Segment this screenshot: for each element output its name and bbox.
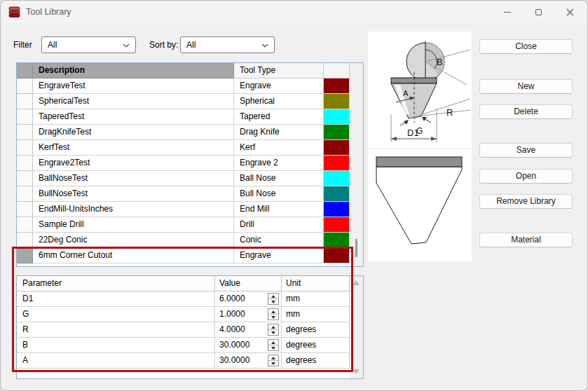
close-button[interactable]: Close: [479, 39, 573, 54]
cell-description[interactable]: Sample Drill: [33, 217, 234, 233]
cell-description[interactable]: 22Deg Conic: [33, 233, 234, 248]
filter-select[interactable]: All: [41, 36, 136, 53]
row-selector[interactable]: [17, 140, 33, 156]
value-spinner[interactable]: [268, 355, 279, 366]
table-row[interactable]: SphericalTest Spherical: [17, 94, 363, 109]
cell-tool-type[interactable]: Kerf: [234, 140, 324, 156]
tool-color-swatch[interactable]: [324, 202, 350, 217]
spinner-down-button[interactable]: [268, 345, 278, 350]
column-header-tool-type[interactable]: Tool Type: [234, 63, 324, 78]
cell-tool-type[interactable]: Conic: [234, 233, 324, 248]
cell-tool-type[interactable]: End Mill: [234, 202, 324, 217]
row-selector[interactable]: [17, 78, 33, 94]
table-row[interactable]: 22Deg Conic Conic: [17, 233, 363, 248]
row-selector[interactable]: [17, 171, 33, 186]
close-window-button[interactable]: [554, 1, 586, 23]
cell-description[interactable]: KerfTest: [33, 140, 234, 156]
tool-color-swatch[interactable]: [324, 186, 350, 202]
spinner-up-button[interactable]: [268, 324, 278, 330]
row-selector[interactable]: [17, 109, 33, 125]
cell-tool-type[interactable]: Tapered: [234, 109, 324, 125]
cell-tool-type[interactable]: Drag Knife: [234, 125, 324, 140]
sort-by-select[interactable]: All: [180, 36, 275, 53]
table-row[interactable]: BallNoseTest Ball Nose: [17, 171, 363, 186]
parameter-value-field[interactable]: 30.0000: [215, 353, 282, 369]
cell-description[interactable]: TaperedTest: [33, 109, 234, 125]
save-button[interactable]: Save: [479, 143, 573, 158]
cell-description[interactable]: SphericalTest: [33, 94, 234, 109]
delete-button[interactable]: Delete: [479, 104, 573, 119]
cell-tool-type[interactable]: Engrave: [234, 78, 324, 94]
column-header-description[interactable]: Description: [33, 63, 234, 78]
table-row[interactable]: Sample Drill Drill: [17, 217, 363, 233]
spinner-up-button[interactable]: [268, 340, 278, 345]
cell-description[interactable]: BullNoseTest: [33, 186, 234, 202]
tool-color-swatch[interactable]: [324, 248, 350, 263]
row-selector[interactable]: [17, 156, 33, 171]
table-row[interactable]: KerfTest Kerf: [17, 140, 363, 156]
parameter-value-field[interactable]: 4.0000: [215, 322, 282, 338]
spinner-down-button[interactable]: [268, 330, 278, 335]
parameter-scrollbar[interactable]: [350, 276, 363, 378]
spinner-down-button[interactable]: [268, 315, 278, 320]
spinner-down-button[interactable]: [268, 361, 278, 366]
cell-description[interactable]: Engrave2Test: [33, 156, 234, 171]
cell-description[interactable]: BallNoseTest: [33, 171, 234, 186]
tool-color-swatch[interactable]: [324, 78, 350, 94]
cell-description[interactable]: EndMill-UnitsInches: [33, 202, 234, 217]
cell-tool-type[interactable]: Ball Nose: [234, 171, 324, 186]
value-spinner[interactable]: [268, 293, 279, 305]
tool-color-swatch[interactable]: [324, 171, 350, 186]
parameter-value-field[interactable]: 1.0000: [215, 307, 282, 322]
tool-color-swatch[interactable]: [324, 233, 350, 248]
scroll-down-icon[interactable]: [353, 369, 360, 374]
table-row[interactable]: EndMill-UnitsInches End Mill: [17, 202, 363, 217]
row-selector[interactable]: [17, 125, 33, 140]
spinner-up-button[interactable]: [268, 294, 278, 299]
column-header-color[interactable]: [324, 63, 350, 78]
cell-tool-type[interactable]: Engrave: [234, 248, 324, 263]
cell-description[interactable]: EngraveTest: [33, 78, 234, 94]
parameter-value-field[interactable]: 30.0000: [215, 338, 282, 353]
table-row[interactable]: EngraveTest Engrave: [17, 78, 363, 94]
spinner-up-button[interactable]: [268, 309, 278, 315]
spinner-down-button[interactable]: [268, 299, 278, 304]
row-selector[interactable]: [17, 217, 33, 233]
minimize-button[interactable]: [491, 1, 523, 23]
value-spinner[interactable]: [268, 324, 279, 336]
spinner-up-button[interactable]: [268, 355, 278, 361]
value-spinner[interactable]: [268, 339, 279, 351]
table-row[interactable]: TaperedTest Tapered: [17, 109, 363, 125]
row-selector[interactable]: [17, 94, 33, 109]
cell-tool-type[interactable]: Drill: [234, 217, 324, 233]
tool-color-swatch[interactable]: [324, 156, 350, 171]
tool-color-swatch[interactable]: [324, 94, 350, 109]
row-selector[interactable]: [17, 202, 33, 217]
cell-description[interactable]: 6mm Corner Cutout: [33, 248, 234, 263]
scrollbar-thumb[interactable]: [355, 239, 357, 257]
table-row[interactable]: DragKnifeTest Drag Knife: [17, 125, 363, 140]
row-selector[interactable]: [17, 186, 33, 202]
tool-color-swatch[interactable]: [324, 109, 350, 125]
tool-list-scrollbar[interactable]: [350, 63, 363, 266]
new-button[interactable]: New: [479, 79, 573, 94]
row-selector[interactable]: [17, 233, 33, 248]
table-row[interactable]: BullNoseTest Bull Nose: [17, 186, 363, 202]
table-row[interactable]: Engrave2Test Engrave 2: [17, 156, 363, 171]
tool-color-swatch[interactable]: [324, 140, 350, 156]
cell-tool-type[interactable]: Engrave 2: [234, 156, 324, 171]
row-selector[interactable]: [17, 248, 33, 263]
value-spinner[interactable]: [268, 308, 279, 320]
tool-color-swatch[interactable]: [324, 125, 350, 140]
parameter-value-field[interactable]: 6.0000: [215, 291, 282, 307]
open-button[interactable]: Open: [479, 169, 573, 184]
remove-library-button[interactable]: Remove Library: [479, 194, 573, 209]
maximize-button[interactable]: [523, 1, 554, 23]
tool-color-swatch[interactable]: [324, 217, 350, 233]
cell-description[interactable]: DragKnifeTest: [33, 125, 234, 140]
cell-tool-type[interactable]: Spherical: [234, 94, 324, 109]
cell-tool-type[interactable]: Bull Nose: [234, 186, 324, 202]
scroll-up-icon[interactable]: [353, 280, 360, 285]
material-button[interactable]: Material: [479, 233, 573, 247]
table-row-selected[interactable]: 6mm Corner Cutout Engrave: [17, 248, 363, 263]
